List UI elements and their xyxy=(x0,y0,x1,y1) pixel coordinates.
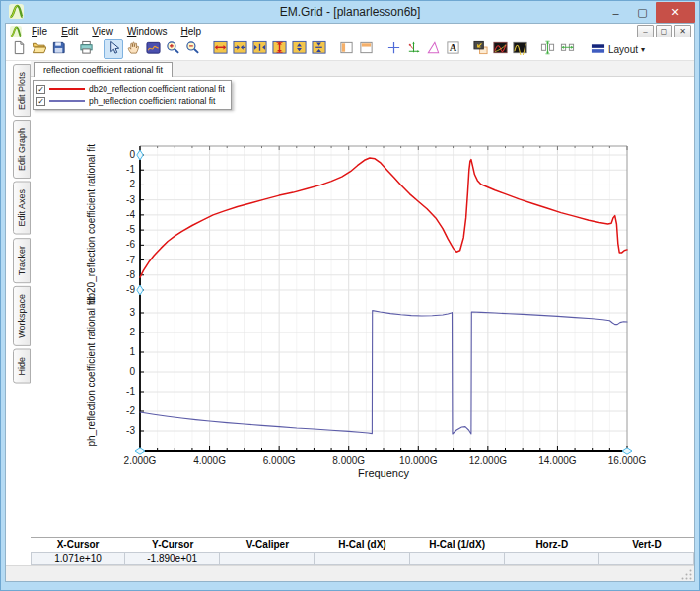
plot-area[interactable]: 2.000G4.000G6.000G8.000G10.000G12.000G14… xyxy=(31,77,694,537)
x-expand-button[interactable] xyxy=(210,39,230,59)
svg-text:-6: -6 xyxy=(126,239,135,250)
title-bar[interactable]: EM.Grid - [planarlesson6b] – ▢ ✕ xyxy=(5,2,695,23)
mdi-restore-button[interactable]: ▢ xyxy=(656,25,672,37)
graph-style-1-button[interactable] xyxy=(490,39,510,59)
toolbar-separator xyxy=(68,39,76,59)
pan-hand-button[interactable] xyxy=(123,39,143,59)
graph-style-1-icon xyxy=(493,40,508,59)
sidebar-tab-edit-graph[interactable]: Edit Graph xyxy=(13,120,31,179)
sidebar-tab-tracker[interactable]: Tracker xyxy=(13,238,31,283)
cursor-status-table: X-CursorY-CursorV-CaliperH-Cal (dX)H-Cal… xyxy=(31,537,694,565)
toolbar-separator xyxy=(328,39,336,59)
select-arrow-button[interactable] xyxy=(104,39,123,59)
svg-text:0: 0 xyxy=(129,366,135,377)
svg-text:12.000G: 12.000G xyxy=(469,455,508,466)
y-fit-button[interactable] xyxy=(309,39,328,59)
status-value: -1.890e+01 xyxy=(125,552,220,565)
status-value xyxy=(505,552,599,565)
x-shrink-icon xyxy=(233,40,247,59)
sidebar-tab-edit-plots[interactable]: Edit Plots xyxy=(13,64,31,117)
zoom-out-button[interactable] xyxy=(182,39,202,59)
workspace: Edit PlotsEdit GraphEdit AxesTrackerWork… xyxy=(6,61,694,537)
legend-checkbox[interactable]: ✓ xyxy=(36,85,45,94)
split-vertical-icon xyxy=(339,40,354,59)
sidebar-tab-workspace[interactable]: Workspace xyxy=(13,286,31,346)
svg-text:-8: -8 xyxy=(126,269,135,280)
toolbar-separator xyxy=(577,39,585,59)
toolbar-separator xyxy=(96,39,104,59)
status-col-h-cal-1-dx-: H-Cal (1/dX) xyxy=(410,538,505,552)
chart-canvas[interactable]: 2.000G4.000G6.000G8.000G10.000G12.000G14… xyxy=(31,77,694,537)
sidebar-tabs: Edit PlotsEdit GraphEdit AxesTrackerWork… xyxy=(6,61,31,537)
status-value xyxy=(220,552,315,565)
svg-text:0: 0 xyxy=(129,149,135,160)
crosshair-button[interactable] xyxy=(384,39,403,59)
status-value xyxy=(410,552,505,565)
menu-item-windows[interactable]: Windows xyxy=(120,25,175,37)
text-annotation-button[interactable]: A xyxy=(443,39,462,59)
new-document-button[interactable] xyxy=(9,39,29,59)
resize-grip-icon[interactable] xyxy=(680,567,693,580)
legend-entry: ✓ph_reflection coefficient rational fit xyxy=(36,95,225,107)
client-area: FileEditViewWindowsHelp –▢✕ ALayout▾ Edi… xyxy=(5,23,695,582)
legend-box: ✓db20_reflection coefficient rational fi… xyxy=(33,80,232,110)
fit-height-button[interactable] xyxy=(537,39,557,59)
split-vertical-button[interactable] xyxy=(336,39,356,59)
status-value xyxy=(315,552,409,565)
svg-text:4.000G: 4.000G xyxy=(193,455,226,466)
svg-text:-1: -1 xyxy=(126,164,135,175)
new-graph-button[interactable] xyxy=(470,39,490,59)
tracker-button[interactable] xyxy=(403,39,423,59)
status-bar xyxy=(6,565,694,581)
print-button[interactable] xyxy=(76,39,96,59)
maximize-button[interactable]: ▢ xyxy=(629,2,656,23)
menu-item-view[interactable]: View xyxy=(85,25,120,37)
graph-style-2-icon xyxy=(513,40,527,59)
legend-entry: ✓db20_reflection coefficient rational fi… xyxy=(36,83,225,95)
status-header-row: X-CursorY-CursorV-CaliperH-Cal (dX)H-Cal… xyxy=(31,538,694,552)
menu-item-file[interactable]: File xyxy=(25,25,54,37)
svg-text:14.000G: 14.000G xyxy=(538,455,577,466)
sidebar-tab-hide[interactable]: Hide xyxy=(13,349,31,384)
svg-text:-3: -3 xyxy=(126,425,135,436)
open-folder-button[interactable] xyxy=(29,39,48,59)
zoom-window-button[interactable] xyxy=(143,39,163,59)
svg-text:10.000G: 10.000G xyxy=(399,455,438,466)
tab-reflection-coefficient[interactable]: reflection coefficient rational fit xyxy=(34,62,173,77)
sidebar-tab-edit-axes[interactable]: Edit Axes xyxy=(13,182,31,235)
split-horizontal-button[interactable] xyxy=(356,39,376,59)
svg-text:-2: -2 xyxy=(126,406,135,416)
status-value: 1.071e+10 xyxy=(31,552,125,565)
legend-label: db20_reflection coefficient rational fit xyxy=(89,84,225,94)
text-annotation-icon: A xyxy=(446,40,460,59)
svg-text:-7: -7 xyxy=(126,255,135,265)
document-logo-icon xyxy=(10,26,22,37)
y-expand-button[interactable] xyxy=(269,39,289,59)
menu-item-edit[interactable]: Edit xyxy=(54,25,85,37)
mdi-close-button[interactable]: ✕ xyxy=(674,25,691,37)
layout-button[interactable]: Layout▾ xyxy=(585,39,651,59)
x-fit-button[interactable] xyxy=(249,39,269,59)
legend-checkbox[interactable]: ✓ xyxy=(36,97,45,106)
status-col-horz-d: Horz-D xyxy=(505,538,599,552)
y-shrink-icon xyxy=(292,40,307,59)
toolbar: ALayout▾ xyxy=(6,38,694,61)
caliper-button[interactable] xyxy=(423,39,443,59)
mdi-minimize-button[interactable]: – xyxy=(637,25,654,37)
zoom-in-button[interactable] xyxy=(163,39,182,59)
save-button[interactable] xyxy=(48,39,68,59)
graph-style-2-button[interactable] xyxy=(510,39,529,59)
y-fit-icon xyxy=(312,40,326,59)
status-col-h-cal-dx-: H-Cal (dX) xyxy=(315,538,409,552)
x-shrink-button[interactable] xyxy=(230,39,249,59)
menu-item-help[interactable]: Help xyxy=(174,25,208,37)
layout-button-label: Layout xyxy=(608,44,638,55)
svg-text:-4: -4 xyxy=(126,209,135,220)
tab-strip: reflection coefficient rational fit xyxy=(31,61,694,77)
minimize-button[interactable]: – xyxy=(602,2,629,23)
svg-text:6.000G: 6.000G xyxy=(263,455,296,466)
fit-width-button[interactable] xyxy=(557,39,577,59)
close-button[interactable]: ✕ xyxy=(656,2,695,23)
zoom-window-icon xyxy=(146,40,161,59)
y-shrink-button[interactable] xyxy=(289,39,309,59)
